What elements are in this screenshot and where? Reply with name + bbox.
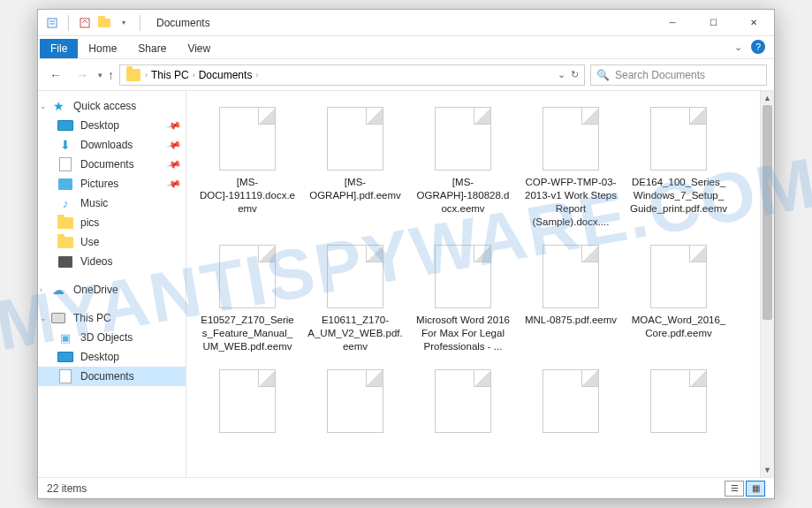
sidebar-quick-access[interactable]: ⌄ ★ Quick access [38,96,186,116]
sidebar-item-downloads[interactable]: ⬇Downloads📌 [38,135,186,155]
scroll-track[interactable] [761,105,774,463]
file-name: DE164_100_Series_Windows_7_Setup_Guide_p… [630,176,727,216]
pictures-icon [57,177,73,191]
qat-dropdown-icon[interactable]: ▾ [117,16,131,30]
folder-icon [57,235,73,249]
maximize-button[interactable]: ☐ [693,10,733,36]
sidebar-item-label: Quick access [73,100,136,112]
minimize-button[interactable]: ─ [652,10,693,36]
sidebar-item-pics[interactable]: pics [38,213,186,232]
sidebar-item-label: Documents [80,370,134,383]
navigation-pane: ⌄ ★ Quick access Desktop📌 ⬇Downloads📌 Do… [38,91,186,477]
file-item[interactable]: [MS-DOC]-191119.docx.eemv [195,103,300,232]
up-button[interactable]: ↑ [108,68,114,82]
chevron-right-icon: › [40,285,42,294]
file-item[interactable]: [MS-OGRAPH].pdf.eemv [303,103,407,232]
folder-icon [125,68,141,82]
file-item[interactable] [519,366,623,442]
chevron-right-icon: › [255,71,258,80]
file-item[interactable]: E10527_Z170_Series_Feature_Manual_UM_WEB… [195,241,300,357]
file-item[interactable]: MOAC_Word_2016_Core.pdf.eemv [626,241,731,357]
scroll-up-icon[interactable]: ▲ [761,91,774,105]
chevron-right-icon: › [193,71,195,80]
sidebar-item-desktop[interactable]: Desktop [38,347,186,367]
file-item[interactable] [626,366,731,442]
file-item[interactable]: E10611_Z170-A_UM_V2_WEB.pdf.eemv [303,241,407,357]
file-item[interactable]: DE164_100_Series_Windows_7_Setup_Guide_p… [626,103,731,232]
desktop-icon [57,350,73,364]
sidebar-item-label: pics [80,216,99,229]
breadcrumb-dropdown-icon[interactable]: ⌄ [558,69,565,80]
file-item[interactable] [195,366,300,442]
forward-button[interactable]: → [72,64,93,86]
file-tab[interactable]: File [40,39,78,58]
view-tab[interactable]: View [177,39,221,58]
sidebar-item-videos[interactable]: Videos [38,252,186,271]
file-thumbnail-icon [327,245,383,308]
history-dropdown-icon[interactable]: ▾ [98,71,102,80]
help-icon[interactable]: ? [751,40,765,54]
pc-icon [50,311,66,325]
file-thumbnail-icon [543,369,599,433]
file-thumbnail-icon [435,107,491,171]
share-tab[interactable]: Share [127,39,177,58]
sidebar-onedrive[interactable]: › ☁ OneDrive [38,280,186,299]
chevron-down-icon: ⌄ [40,314,47,322]
breadcrumb-item[interactable]: Documents [199,69,253,81]
file-thumbnail-icon [543,245,599,308]
sidebar-item-label: Documents [80,158,134,171]
search-icon: 🔍 [596,69,610,81]
file-name: MNL-0875.pdf.eemv [525,314,617,327]
file-name: [MS-OGRAPH].pdf.eemv [307,176,404,202]
scroll-down-icon[interactable]: ▼ [761,463,774,477]
separator [68,15,69,31]
collapse-ribbon-icon[interactable]: ⌄ [734,42,742,53]
file-item[interactable] [411,366,515,442]
file-item[interactable]: Microsoft Word 2016 For Max For Legal Pr… [411,241,515,357]
titlebar: ▾ Documents ─ ☐ ✕ [38,10,774,36]
file-name: MOAC_Word_2016_Core.pdf.eemv [630,314,727,340]
sidebar-item-pictures[interactable]: Pictures📌 [38,174,186,193]
sidebar-item-desktop[interactable]: Desktop📌 [38,116,186,135]
sidebar-item-documents[interactable]: Documents [38,367,186,386]
close-button[interactable]: ✕ [733,10,774,36]
sidebar-item-label: Pictures [80,178,118,190]
chevron-right-icon: › [145,71,148,80]
sidebar-item-documents[interactable]: Documents📌 [38,155,186,174]
search-input[interactable]: 🔍 Search Documents [590,64,767,86]
documents-icon [57,369,73,383]
onedrive-icon: ☁ [50,283,66,297]
breadcrumb[interactable]: › This PC › Documents › ⌄ ↻ [119,64,585,86]
sidebar-item-label: Videos [80,255,112,268]
file-thumbnail-icon [650,245,707,308]
file-thumbnail-icon [219,369,276,433]
file-item[interactable]: MNL-0875.pdf.eemv [519,241,623,357]
file-item[interactable]: [MS-OGRAPH]-180828.docx.eemv [411,103,515,232]
file-list: [MS-DOC]-191119.docx.eemv[MS-OGRAPH].pdf… [186,91,760,477]
sidebar-this-pc[interactable]: ⌄ This PC [38,308,186,328]
scroll-thumb[interactable] [763,105,772,320]
sidebar-item-label: Use [80,236,99,248]
new-folder-icon[interactable] [78,16,92,30]
file-name: E10527_Z170_Series_Feature_Manual_UM_WEB… [199,314,296,353]
vertical-scrollbar[interactable]: ▲ ▼ [760,91,774,477]
home-tab[interactable]: Home [78,39,127,58]
file-item[interactable] [303,366,407,442]
file-thumbnail-icon [435,245,491,308]
details-view-button[interactable]: ☰ [725,481,744,497]
sidebar-item-use[interactable]: Use [38,232,186,252]
back-button[interactable]: ← [45,64,66,86]
sidebar-item-label: 3D Objects [80,331,133,344]
refresh-icon[interactable]: ↻ [571,69,579,80]
sidebar-item-3d-objects[interactable]: ▣3D Objects [38,328,186,347]
file-item[interactable]: COP-WFP-TMP-03-2013-v1 Work Steps Report… [519,103,623,232]
pin-icon: 📌 [166,118,183,133]
sidebar-item-music[interactable]: ♪Music [38,193,186,213]
breadcrumb-item[interactable]: This PC [151,69,189,81]
file-name: Microsoft Word 2016 For Max For Legal Pr… [414,314,512,353]
folder-icon[interactable] [97,16,111,30]
properties-icon[interactable] [45,16,59,30]
icons-view-button[interactable]: ▦ [746,481,765,497]
file-name: [MS-DOC]-191119.docx.eemv [199,176,296,216]
file-thumbnail-icon [327,369,383,433]
